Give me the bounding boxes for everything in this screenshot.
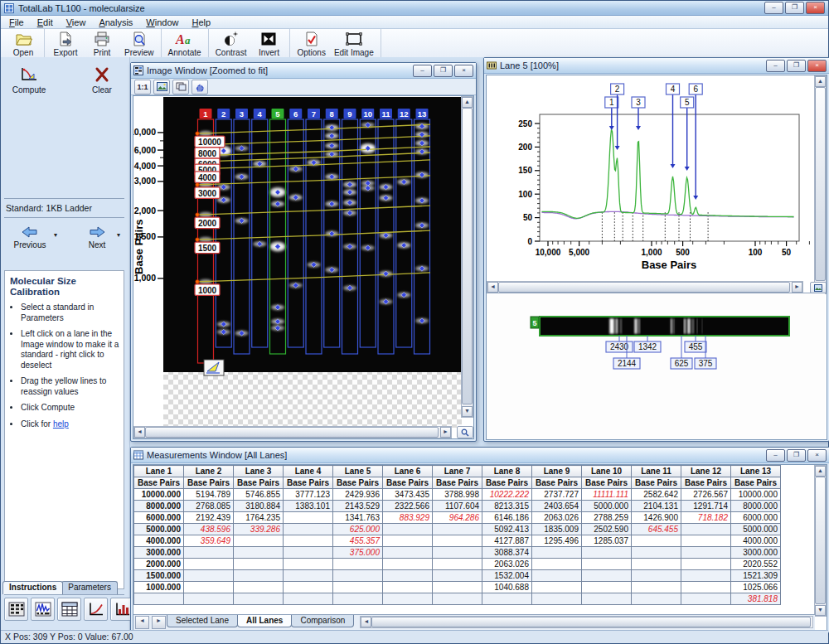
cell: 5194.789 <box>184 489 234 501</box>
tab-comparison[interactable]: Comparison <box>291 615 354 627</box>
contrast-button[interactable]: Contrast <box>211 29 251 59</box>
scroll-thumb[interactable] <box>145 427 439 438</box>
scroll-down-button[interactable]: ▼ <box>815 605 826 616</box>
fit-image-button[interactable] <box>153 80 170 94</box>
column-header[interactable]: Lane 2 <box>184 466 234 477</box>
minimize-button[interactable]: – <box>764 2 783 14</box>
scroll-down-button[interactable]: ▼ <box>462 406 473 417</box>
measurements-restore-button[interactable]: ❐ <box>787 449 806 462</box>
restore-button[interactable]: ❐ <box>785 2 804 14</box>
column-header[interactable]: Lane 13 <box>731 466 781 477</box>
image-window-restore-button[interactable]: ❐ <box>434 65 453 77</box>
column-header[interactable]: Lane 7 <box>433 466 482 477</box>
cell <box>234 559 284 570</box>
column-header[interactable]: Lane 10 <box>582 466 632 477</box>
scroll-up-button[interactable]: ▲ <box>815 466 826 477</box>
previous-button[interactable]: Previous <box>11 225 49 249</box>
button-label: Contrast <box>216 48 247 57</box>
copy-image-button[interactable] <box>172 80 189 94</box>
scroll-thumb[interactable] <box>371 617 811 627</box>
clear-button[interactable]: Clear <box>80 65 124 94</box>
tab-instructions[interactable]: Instructions <box>2 581 63 594</box>
next-button[interactable]: Next <box>80 225 114 249</box>
column-header[interactable]: Lane 8 <box>482 466 532 477</box>
scroll-thumb[interactable] <box>462 108 473 404</box>
edit-image-button[interactable]: Edit Image <box>330 29 378 59</box>
scroll-thumb[interactable] <box>498 282 790 293</box>
menu-file[interactable]: File <box>2 17 31 27</box>
scroll-left-button[interactable]: ◄ <box>361 617 371 627</box>
image-window-minimize-button[interactable]: – <box>413 65 432 77</box>
svg-text:1000: 1000 <box>198 286 217 295</box>
tab-all-lanes[interactable]: All Lanes <box>237 615 292 627</box>
print-button[interactable]: Print <box>84 29 120 59</box>
menu-edit[interactable]: Edit <box>31 17 60 27</box>
pan-hand-button[interactable] <box>191 80 208 94</box>
scroll-right-button[interactable]: ► <box>792 282 802 293</box>
scroll-thumb[interactable] <box>815 87 826 281</box>
menu-help[interactable]: Help <box>185 17 217 27</box>
open-button[interactable]: Open <box>5 29 41 59</box>
image-window-close-button[interactable]: × <box>454 65 473 77</box>
column-header[interactable]: Lane 4 <box>284 466 333 477</box>
gel-image-view-button[interactable] <box>4 598 28 621</box>
column-subheader: Base Pairs <box>184 477 234 489</box>
strip-lane[interactable] <box>540 317 789 336</box>
previous-dropdown-caret[interactable]: ▾ <box>54 231 57 239</box>
calibration-curve-view-button[interactable] <box>84 598 108 621</box>
close-button[interactable]: × <box>806 2 825 14</box>
cell: 2104.131 <box>632 501 681 512</box>
column-header[interactable]: Lane 12 <box>681 466 731 477</box>
preview-button[interactable]: Preview <box>120 29 158 59</box>
next-dropdown-caret[interactable]: ▾ <box>117 231 120 239</box>
scroll-up-button[interactable]: ▲ <box>815 76 826 87</box>
column-header[interactable]: Lane 3 <box>234 466 284 477</box>
cell <box>582 547 632 559</box>
invert-button[interactable]: Invert <box>250 29 287 59</box>
lane-window-close-button[interactable]: × <box>807 60 827 72</box>
export-button[interactable]: Export <box>47 29 84 59</box>
scroll-up-button[interactable]: ▲ <box>462 97 473 108</box>
column-header[interactable]: Lane 9 <box>532 466 582 477</box>
cell: 2429.936 <box>333 489 383 501</box>
measurements-table-view-button[interactable] <box>57 598 81 621</box>
cell: 339.286 <box>234 524 284 535</box>
menu-window[interactable]: Window <box>139 17 185 27</box>
column-header[interactable]: Lane 5 <box>333 466 383 477</box>
lane-vertical-scrollbar[interactable]: ▲ ▼ <box>814 75 827 294</box>
menu-view[interactable]: View <box>60 17 93 27</box>
lane-horizontal-scrollbar[interactable]: ◄ ► <box>487 281 803 293</box>
cell: 2502.590 <box>582 524 632 535</box>
image-horizontal-scrollbar[interactable]: ◄ ► <box>133 426 452 438</box>
scroll-thumb[interactable] <box>815 477 826 604</box>
tabs-scroll-right-button[interactable]: ► <box>152 616 166 629</box>
column-header[interactable]: Lane 6 <box>383 466 433 477</box>
measurements-horizontal-scrollbar[interactable]: ◄ <box>360 616 813 628</box>
scroll-left-button[interactable]: ◄ <box>487 282 498 293</box>
zoom-1-1-button[interactable]: 1:1 <box>134 80 151 94</box>
annotate-button[interactable]: AaAnnotate <box>164 29 206 59</box>
options-button[interactable]: Options <box>293 29 329 59</box>
tab-selected-lane[interactable]: Selected Lane <box>167 615 238 627</box>
tab-parameters[interactable]: Parameters <box>61 581 118 594</box>
scroll-right-button[interactable]: ► <box>440 427 451 438</box>
measurements-minimize-button[interactable]: – <box>766 449 785 462</box>
measurements-close-button[interactable]: × <box>807 449 827 462</box>
gel-image[interactable]: 1000080006000500040003000200015001000123… <box>133 96 462 428</box>
image-vertical-scrollbar[interactable]: ▲ ▼ <box>461 96 473 418</box>
help-link[interactable]: help <box>53 419 69 429</box>
column-header[interactable]: Lane 11 <box>632 466 681 477</box>
menu-analysis[interactable]: Analysis <box>92 17 139 27</box>
lane-window-minimize-button[interactable]: – <box>766 60 785 72</box>
svg-text:10000: 10000 <box>198 138 221 147</box>
strip-view-button[interactable] <box>810 282 827 293</box>
lane-profile-view-button[interactable] <box>31 598 55 621</box>
column-header[interactable]: Lane 1 <box>134 466 184 477</box>
compute-button[interactable]: Compute <box>7 65 51 94</box>
scroll-left-button[interactable]: ◄ <box>134 427 145 438</box>
measurements-vertical-scrollbar[interactable]: ▲ ▼ <box>814 465 827 617</box>
zoom-tool-button[interactable] <box>457 426 473 438</box>
lane-window-restore-button[interactable]: ❐ <box>787 60 806 72</box>
tabs-scroll-left-button[interactable]: ◄ <box>135 616 149 629</box>
lane-strip-view[interactable]: 5243013424552144625375 <box>487 293 818 439</box>
